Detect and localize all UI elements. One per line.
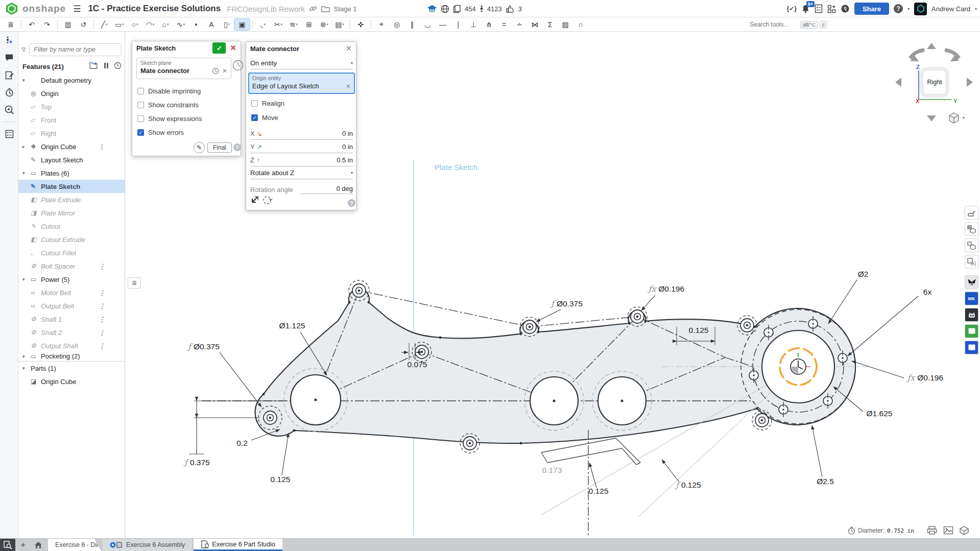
onshape-logo-icon[interactable] <box>5 2 18 15</box>
rotation-angle-field[interactable]: Rotation angle 0 deg <box>250 185 353 194</box>
toolbar-tool[interactable]: ∸ <box>512 19 527 30</box>
feature-tree-item[interactable]: ▾ ▭ Pocketing (2) <box>18 352 125 360</box>
dialog-help-icon[interactable]: ? <box>348 199 355 207</box>
clear-field-icon[interactable]: ✕ <box>346 83 351 90</box>
feature-filter-icon[interactable] <box>0 125 18 142</box>
toolbar-tool[interactable]: ∩ <box>573 19 588 30</box>
toolbar-tool[interactable]: | <box>450 19 466 30</box>
folder-icon[interactable] <box>321 5 330 12</box>
tab-drawing[interactable]: Exercise 6 - Din <box>48 539 101 551</box>
realign-checkbox[interactable]: Realign <box>251 100 284 107</box>
dimension-label[interactable]: ƒx Ø0.196 <box>906 373 943 382</box>
checkbox[interactable] <box>137 129 144 136</box>
help-caret-icon[interactable]: ▾ <box>907 7 910 11</box>
toolbar-tool[interactable]: ◠ ▾ <box>142 19 158 30</box>
feature-tree-item[interactable]: ▱ Top <box>18 100 125 113</box>
tool-caret-icon[interactable]: ▾ <box>153 22 155 27</box>
home-icon[interactable] <box>31 539 46 551</box>
view-down-arrow[interactable] <box>927 115 936 122</box>
feature-tree-item[interactable]: ✎ Cutout <box>18 220 125 233</box>
dimension-label[interactable]: 0.2 <box>236 439 248 447</box>
mate-connector-dots-icon[interactable]: ⋮ <box>99 302 105 310</box>
mate-connector-dots-icon[interactable]: ⋮ <box>99 329 105 337</box>
feature-tree-item[interactable]: ▾ ▭ Power (5) <box>18 273 125 286</box>
history-icon[interactable] <box>0 84 18 101</box>
toolbar-tool[interactable]: ∿ ▾ <box>173 19 188 30</box>
tool-caret-icon[interactable]: ▾ <box>342 22 344 27</box>
chevron-icon[interactable]: ▾ <box>22 171 31 176</box>
search-model-icon[interactable] <box>0 101 18 118</box>
toolbar-tool[interactable] <box>252 20 253 29</box>
feature-tree-item[interactable]: ◟ Cutout Fillet <box>18 246 125 259</box>
education-icon[interactable] <box>427 5 437 13</box>
feature-tree-item[interactable]: ▱ Right <box>18 127 125 140</box>
variables-icon[interactable]: (x) <box>965 255 978 269</box>
activity-icon[interactable] <box>480 4 484 13</box>
feature-tree-item[interactable]: ⚙ Shaft 1 ⋮ <box>18 313 125 326</box>
checkbox[interactable] <box>251 114 258 121</box>
mate-connector-dots-icon[interactable]: ⋮ <box>99 143 105 151</box>
likes-icon[interactable] <box>506 5 515 13</box>
toolbar-tool[interactable]: ↷ <box>39 19 55 30</box>
toolbar-tool[interactable]: ⋈ <box>527 19 542 30</box>
add-version-icon[interactable] <box>0 32 18 49</box>
toolbar-tool[interactable]: • <box>188 19 204 30</box>
tab-assembly[interactable]: Exercise 6 Assembly <box>103 539 192 551</box>
chevron-icon[interactable]: ▾ <box>22 78 31 83</box>
dimension-label[interactable]: Ø1.125 <box>279 321 305 330</box>
toolbar-tool[interactable]: ◟ ▾ <box>255 19 271 30</box>
feature-filter-input[interactable] <box>29 43 122 56</box>
cancel-button[interactable]: ✕ <box>230 43 236 53</box>
tab-part-studio[interactable]: Exercise 6 Part Studio <box>194 539 282 551</box>
configurations-icon[interactable] <box>965 238 978 252</box>
tasks-icon[interactable] <box>815 4 823 13</box>
dimension-label[interactable]: ƒx Ø0.196 <box>647 284 684 294</box>
toolbar-tool[interactable] <box>21 20 21 29</box>
feature-tree-item[interactable]: ◨ Plate Mirror <box>18 206 125 220</box>
document-title[interactable]: 1C - Practice Exercise Solutions <box>88 4 221 14</box>
toolbar-tool[interactable] <box>93 20 94 29</box>
mkcad-app-icon[interactable]: MK <box>965 292 978 305</box>
axis-offset-field[interactable]: X ↘ 0 in <box>250 128 353 140</box>
feature-tree-item[interactable]: ▾ ▭ Plates (6) <box>18 166 125 180</box>
tool-caret-icon[interactable]: ▾ <box>281 22 283 27</box>
custom-feature-icon[interactable] <box>0 66 18 84</box>
toolbar-tool[interactable]: ∥ <box>404 19 420 30</box>
tool-caret-icon[interactable]: ▾ <box>327 22 329 27</box>
tool-caret-icon[interactable]: ▾ <box>264 22 266 27</box>
notifications-bell-icon[interactable]: 9+ <box>801 4 810 13</box>
toolbar-tool[interactable]: ⊞ <box>301 19 317 30</box>
feature-tree-item[interactable]: ◧ Cutout Extrude <box>18 233 125 246</box>
toolbar-tool[interactable]: ⊥ <box>466 19 481 30</box>
green-library-icon[interactable] <box>965 324 978 338</box>
rotate-about-dropdown[interactable]: Rotate about Z ▾ <box>250 167 353 179</box>
dimension-label[interactable]: ƒ 0.375 <box>183 458 209 467</box>
dimension-label[interactable]: Ø2.5 <box>817 477 834 486</box>
commit-button[interactable]: ✓ <box>212 42 226 54</box>
feature-tree-item[interactable]: ▱ Front <box>18 113 125 127</box>
tool-caret-icon[interactable]: ▾ <box>183 22 185 27</box>
copies-icon[interactable] <box>453 5 461 13</box>
chevron-icon[interactable]: ▾ <box>22 277 31 282</box>
user-caret-icon[interactable]: ▾ <box>975 7 977 11</box>
dialog-checkbox[interactable]: Show errors <box>137 129 184 136</box>
user-name[interactable]: Andrew Card <box>931 5 970 13</box>
new-tab-button[interactable]: ＋ <box>15 539 31 551</box>
toolbar-tool[interactable]: = <box>496 19 512 30</box>
feature-tree-item[interactable]: ✎ Layout Sketch <box>18 153 125 166</box>
chevron-icon[interactable]: ▾ <box>22 354 31 359</box>
toolbar-tool[interactable]: ╱ ▾ <box>97 19 112 30</box>
cube-view-icon[interactable] <box>948 112 960 124</box>
origin-entity-field[interactable]: Origin entity Edge of Layout Sketch ✕ <box>248 73 355 94</box>
tool-caret-icon[interactable]: ▾ <box>136 22 138 27</box>
axis-offset-field[interactable]: Z ↑ 0.5 in <box>250 154 353 166</box>
checkbox[interactable] <box>137 115 144 122</box>
print-icon[interactable] <box>927 526 937 535</box>
dialog-checkbox[interactable]: Show constraints <box>137 101 199 109</box>
search-tools[interactable]: alt/⌥ c <box>750 19 835 30</box>
document-search-icon[interactable] <box>0 539 15 551</box>
axis-offset-field[interactable]: Y ↗ 0 in <box>250 141 353 153</box>
tool-caret-icon[interactable]: ▾ <box>167 22 169 27</box>
toolbar-tool[interactable]: A <box>204 19 219 30</box>
toolbar-tool[interactable]: ▥ <box>60 19 76 30</box>
